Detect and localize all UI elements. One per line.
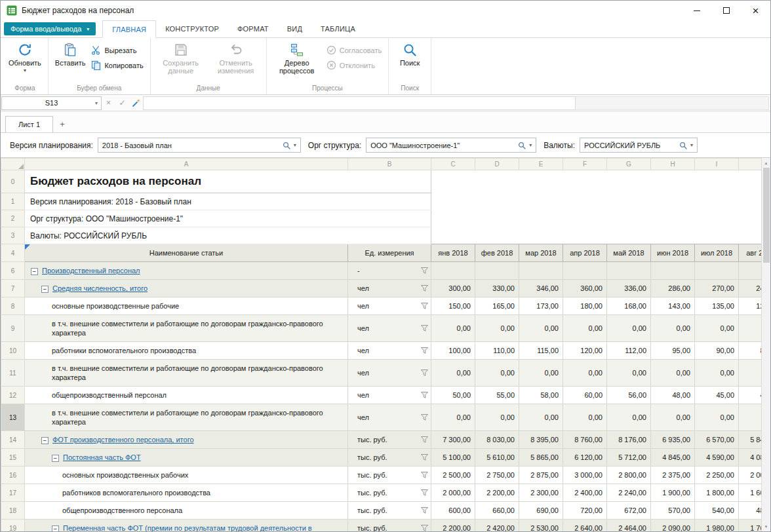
column-header-clipped[interactable] bbox=[739, 159, 762, 170]
cell-A11[interactable]: в т.ч. внешние совместители и работающие… bbox=[25, 360, 348, 387]
row-header-12[interactable]: 12 bbox=[1, 387, 25, 404]
grid-cell-11-7[interactable]: 0,00 bbox=[695, 360, 739, 387]
grid-cell-18-5[interactable]: 672,00 bbox=[607, 502, 651, 520]
grid-cell-9-8[interactable]: 0,00 bbox=[739, 315, 762, 342]
approve-button[interactable]: Согласовать bbox=[325, 44, 386, 56]
add-sheet-button[interactable]: + bbox=[53, 116, 71, 132]
cell-empty-0[interactable] bbox=[431, 170, 762, 193]
cell-A7[interactable]: −Средняя численность, итого bbox=[25, 280, 348, 297]
grid-cell-6-1[interactable] bbox=[431, 262, 475, 280]
row-header-4[interactable]: 4 bbox=[1, 244, 25, 262]
cell-A17[interactable]: работников вспомогательного производства bbox=[25, 484, 348, 502]
grid-cell-19-3[interactable]: 2 530,00 bbox=[519, 520, 563, 532]
grid-cell-16-3[interactable]: 2 875,00 bbox=[519, 466, 563, 484]
grid-cell-8-5[interactable]: 168,00 bbox=[607, 297, 651, 315]
grid-cell-11-6[interactable]: 0,00 bbox=[651, 360, 695, 387]
scroll-up-button[interactable]: ▲ bbox=[762, 158, 770, 168]
grid-cell-14-2[interactable]: 8 030,00 bbox=[475, 431, 519, 449]
filter-funnel-icon[interactable] bbox=[421, 285, 428, 292]
cell-B6[interactable]: - bbox=[348, 262, 431, 280]
cell-empty-3[interactable] bbox=[431, 227, 762, 244]
tab-формат[interactable]: ФОРМАТ bbox=[228, 20, 278, 37]
grid-cell-17-7[interactable]: 1 800,00 bbox=[695, 484, 739, 502]
grid-cell-18-4[interactable]: 720,00 bbox=[563, 502, 607, 520]
grid-cell-12-2[interactable]: 55,00 bbox=[475, 387, 519, 404]
save-data-button[interactable]: Сохранить данные bbox=[153, 40, 208, 75]
grid-cell-16-5[interactable]: 2 800,00 bbox=[607, 466, 651, 484]
row-header-6[interactable]: 6 bbox=[1, 262, 25, 280]
cell-reference-box[interactable]: S13 ▾ bbox=[1, 96, 102, 110]
grid-cell-10-6[interactable]: 95,00 bbox=[651, 342, 695, 360]
grid-cell-9-6[interactable]: 0,00 bbox=[651, 315, 695, 342]
row-header-15[interactable]: 15 bbox=[1, 449, 25, 466]
grid-cell-9-3[interactable]: 0,00 bbox=[519, 315, 563, 342]
cancel-entry-button[interactable]: × bbox=[102, 98, 115, 107]
grid-cell-19-7[interactable]: 1 980,00 bbox=[695, 520, 739, 532]
cell-A12[interactable]: общепроизводственный персонал bbox=[25, 387, 348, 404]
cell-A18[interactable]: общепроизводственного персонала bbox=[25, 502, 348, 520]
month-header-2[interactable]: фев 2018 bbox=[475, 244, 519, 262]
grid-cell-15-8[interactable]: 4 080,00 bbox=[739, 449, 762, 466]
grid-cell-13-5[interactable]: 0,00 bbox=[607, 404, 651, 431]
formula-input[interactable] bbox=[143, 96, 576, 110]
close-button[interactable]: × bbox=[741, 1, 770, 20]
grid-cell-15-1[interactable]: 5 100,00 bbox=[431, 449, 475, 466]
cell-A16[interactable]: основных производственных рабочих bbox=[25, 466, 348, 484]
grid-cell-14-8[interactable]: 5 840,00 bbox=[739, 431, 762, 449]
column-header-E[interactable]: E bbox=[519, 159, 563, 170]
cell-B9[interactable]: чел bbox=[348, 315, 431, 342]
cell-A2[interactable]: Орг структура: ООО "Машиностроение-1" bbox=[25, 210, 431, 227]
filter-field-org-structure[interactable]: ООО "Машиностроение-1"▾ bbox=[366, 138, 536, 153]
column-header-G[interactable]: G bbox=[607, 159, 651, 170]
row-header-1[interactable]: 1 bbox=[1, 193, 25, 210]
grid-cell-19-2[interactable]: 2 420,00 bbox=[475, 520, 519, 532]
grid-cell-16-7[interactable]: 2 250,00 bbox=[695, 466, 739, 484]
io-form-menu-button[interactable]: Форма ввода/вывода ▾ bbox=[4, 22, 96, 35]
grid-cell-6-4[interactable] bbox=[563, 262, 607, 280]
month-header-5[interactable]: май 2018 bbox=[607, 244, 651, 262]
cell-B7[interactable]: чел bbox=[348, 280, 431, 297]
grid-cell-10-5[interactable]: 112,00 bbox=[607, 342, 651, 360]
grid-cell-13-1[interactable]: 0,00 bbox=[431, 404, 475, 431]
grid-cell-8-6[interactable]: 143,00 bbox=[651, 297, 695, 315]
grid-cell-14-3[interactable]: 8 395,00 bbox=[519, 431, 563, 449]
row-header-13[interactable]: 13 bbox=[1, 404, 25, 431]
row-header-11[interactable]: 11 bbox=[1, 360, 25, 387]
scroll-thumb[interactable] bbox=[763, 168, 770, 263]
grid-cell-17-2[interactable]: 2 200,00 bbox=[475, 484, 519, 502]
grid-cell-17-1[interactable]: 2 000,00 bbox=[431, 484, 475, 502]
column-header-H[interactable]: H bbox=[651, 159, 695, 170]
grid-cell-7-5[interactable]: 336,00 bbox=[607, 280, 651, 297]
grid-cell-11-1[interactable]: 0,00 bbox=[431, 360, 475, 387]
grid-cell-17-4[interactable]: 2 400,00 bbox=[563, 484, 607, 502]
grid-cell-10-7[interactable]: 90,00 bbox=[695, 342, 739, 360]
grid-cell-11-4[interactable]: 0,00 bbox=[563, 360, 607, 387]
search-icon[interactable] bbox=[283, 142, 290, 149]
grid-cell-19-1[interactable]: 2 200,00 bbox=[431, 520, 475, 532]
row-label[interactable]: Средняя численность, итого bbox=[52, 284, 148, 292]
cell-A6[interactable]: −Производственный персонал bbox=[25, 262, 348, 280]
grid-cell-18-6[interactable]: 570,00 bbox=[651, 502, 695, 520]
grid-cell-16-1[interactable]: 2 500,00 bbox=[431, 466, 475, 484]
grid-cell-12-8[interactable]: 40,00 bbox=[739, 387, 762, 404]
row-header-19[interactable]: 19 bbox=[1, 520, 25, 532]
column-header-B[interactable]: B bbox=[348, 159, 431, 170]
maximize-button[interactable] bbox=[711, 1, 741, 20]
chevron-down-icon[interactable]: ▾ bbox=[529, 142, 532, 148]
grid-cell-14-4[interactable]: 8 760,00 bbox=[563, 431, 607, 449]
grid-cell-13-2[interactable]: 0,00 bbox=[475, 404, 519, 431]
grid-cell-16-8[interactable]: 2 000,00 bbox=[739, 466, 762, 484]
undo-changes-button[interactable]: Отменить изменения bbox=[208, 40, 264, 75]
cell-B14[interactable]: тыс. руб. bbox=[348, 431, 431, 449]
reject-button[interactable]: Отклонить bbox=[325, 59, 386, 71]
collapse-toggle-icon[interactable]: − bbox=[41, 437, 49, 444]
cell-B18[interactable]: тыс. руб. bbox=[348, 502, 431, 520]
cell-B19[interactable]: тыс. руб. bbox=[348, 520, 431, 532]
grid-cell-18-7[interactable]: 540,00 bbox=[695, 502, 739, 520]
month-header-6[interactable]: июн 2018 bbox=[651, 244, 695, 262]
filter-funnel-icon[interactable] bbox=[421, 370, 428, 376]
row-header-14[interactable]: 14 bbox=[1, 431, 25, 449]
grid-cell-9-2[interactable]: 0,00 bbox=[475, 315, 519, 342]
grid-cell-10-1[interactable]: 100,00 bbox=[431, 342, 475, 360]
cell-A14[interactable]: −ФОТ производственного персонала, итого bbox=[25, 431, 348, 449]
